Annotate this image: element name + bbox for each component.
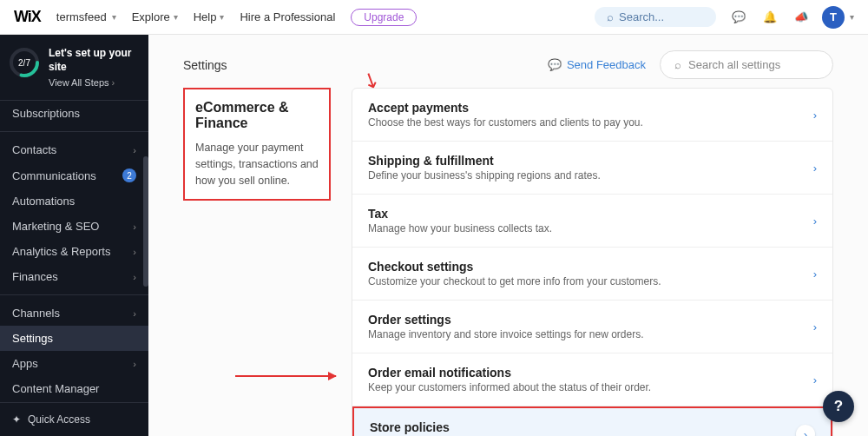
help-button[interactable]: ? (823, 391, 854, 422)
chevron-right-icon: › (813, 268, 817, 281)
section-intro: eCommerce & Finance Manage your payment … (183, 88, 331, 436)
search-placeholder: Search... (619, 10, 664, 23)
chevron-right-icon: › (796, 425, 815, 436)
row-store-policies[interactable]: Store policiesSelect and edit the polici… (352, 406, 832, 436)
separator (0, 294, 148, 295)
chevron-right-icon: › (813, 109, 817, 122)
progress-text: 2/7 (9, 47, 40, 78)
row-title: Checkout settings (368, 260, 661, 274)
row-shipping[interactable]: Shipping & fulfillmentDefine your busine… (352, 142, 832, 195)
nav-contacts[interactable]: Contacts› (0, 137, 148, 162)
row-title: Store policies (370, 420, 577, 434)
row-order-settings[interactable]: Order settingsManage inventory and store… (352, 301, 832, 353)
nav-label: Content Manager (12, 382, 99, 395)
nav-label: Settings (12, 332, 53, 345)
view-steps-link[interactable]: View All Steps › (49, 77, 140, 88)
quick-access[interactable]: ✦ Quick Access (0, 402, 148, 436)
sidebar: 2/7 Let's set up your site View All Step… (0, 35, 148, 436)
row-title: Order settings (368, 313, 644, 327)
nav-label: Marketing & SEO (12, 220, 99, 233)
chevron-right-icon: › (133, 145, 136, 155)
announce-icon[interactable]: 📣 (794, 10, 808, 23)
row-desc: Choose the best ways for customers and c… (368, 116, 643, 129)
nav-help[interactable]: Help ▾ (194, 10, 225, 23)
progress-ring: 2/7 (9, 47, 40, 78)
chevron-right-icon: › (133, 359, 136, 369)
chevron-right-icon: › (813, 373, 817, 386)
chevron-right-icon: › (813, 162, 817, 175)
row-checkout[interactable]: Checkout settingsCustomize your checkout… (352, 248, 832, 301)
global-search[interactable]: ⌕ Search... (595, 7, 716, 27)
chevron-down-icon: ▾ (220, 12, 224, 22)
chevron-down-icon: ▾ (174, 12, 178, 22)
page-title: Settings (183, 58, 227, 72)
row-desc: Keep your customers informed about the s… (368, 381, 651, 393)
nav-content-manager[interactable]: Content Manager (0, 376, 148, 401)
chat-icon: 💬 (548, 58, 562, 71)
upgrade-button[interactable]: Upgrade (351, 9, 417, 26)
chevron-right-icon: › (133, 272, 136, 282)
nav-apps[interactable]: Apps› (0, 351, 148, 376)
content-area: Settings 💬 Send Feedback ⌕ Search all se… (148, 35, 868, 436)
nav-label: Apps (12, 357, 38, 370)
feedback-label: Send Feedback (567, 58, 646, 71)
help-label: Help (194, 10, 217, 23)
nav-automations[interactable]: Automations (0, 188, 148, 214)
row-title: Order email notifications (368, 366, 651, 380)
nav-label: Automations (12, 195, 75, 208)
nav-label: Subscriptions (12, 107, 80, 120)
search-placeholder: Search all settings (688, 58, 780, 71)
badge-count: 2 (122, 168, 136, 182)
annotation-arrow (235, 375, 336, 377)
site-name: termsfeed (56, 10, 107, 23)
row-tax[interactable]: TaxManage how your business collects tax… (352, 195, 832, 248)
nav-channels[interactable]: Channels› (0, 301, 148, 326)
nav-label: Communications (12, 169, 96, 182)
row-accept-payments[interactable]: Accept paymentsChoose the best ways for … (352, 89, 832, 142)
section-desc: Manage your payment settings, transactio… (195, 140, 319, 188)
nav-finances[interactable]: Finances› (0, 264, 148, 289)
setup-title: Let's set up your site (49, 47, 140, 74)
quick-label: Quick Access (28, 413, 90, 426)
nav-settings[interactable]: Settings (0, 326, 148, 351)
chevron-right-icon: › (133, 221, 136, 232)
nav-hire[interactable]: Hire a Professional (240, 10, 335, 23)
site-selector[interactable]: termsfeed ▾ (56, 10, 116, 23)
row-title: Accept payments (368, 101, 643, 115)
row-order-email[interactable]: Order email notificationsKeep your custo… (352, 353, 832, 406)
chevron-right-icon: › (813, 215, 817, 228)
chevron-down-icon: ▾ (112, 12, 116, 22)
view-steps-label: View All Steps (49, 77, 109, 88)
settings-list: Accept paymentsChoose the best ways for … (352, 88, 833, 436)
nav-label: Analytics & Reports (12, 245, 110, 258)
nav-label: Contacts (12, 143, 56, 156)
nav-subscriptions[interactable]: Subscriptions (0, 101, 148, 126)
chevron-right-icon: › (112, 77, 115, 88)
row-desc: Customize your checkout to get more info… (368, 275, 661, 287)
chat-icon[interactable]: 💬 (732, 10, 746, 23)
separator (0, 131, 148, 132)
user-avatar[interactable]: T (822, 6, 845, 29)
row-desc: Manage how your business collects tax. (368, 222, 552, 235)
nav-marketing[interactable]: Marketing & SEO› (0, 214, 148, 239)
section-heading: eCommerce & Finance (195, 100, 319, 131)
settings-search[interactable]: ⌕ Search all settings (660, 50, 833, 79)
row-desc: Manage inventory and store invoice setti… (368, 328, 644, 340)
nav-analytics[interactable]: Analytics & Reports› (0, 239, 148, 264)
wix-logo[interactable]: WiX (14, 8, 41, 26)
chevron-down-icon: ▾ (850, 12, 854, 22)
nav-label: Finances (12, 270, 58, 283)
bell-icon[interactable]: 🔔 (763, 10, 777, 23)
send-feedback-link[interactable]: 💬 Send Feedback (548, 58, 646, 71)
nav-explore[interactable]: Explore ▾ (132, 10, 178, 23)
setup-card[interactable]: 2/7 Let's set up your site View All Step… (0, 35, 148, 101)
search-icon: ⌕ (607, 10, 614, 23)
search-icon: ⌕ (674, 58, 681, 71)
row-title: Tax (368, 207, 552, 221)
sparkle-icon: ✦ (12, 413, 21, 426)
row-desc: Define your business's shipping regions … (368, 169, 601, 182)
row-title: Shipping & fulfillment (368, 154, 601, 168)
nav-label: Channels (12, 307, 60, 320)
nav-communications[interactable]: Communications2 (0, 162, 148, 188)
explore-label: Explore (132, 10, 170, 23)
